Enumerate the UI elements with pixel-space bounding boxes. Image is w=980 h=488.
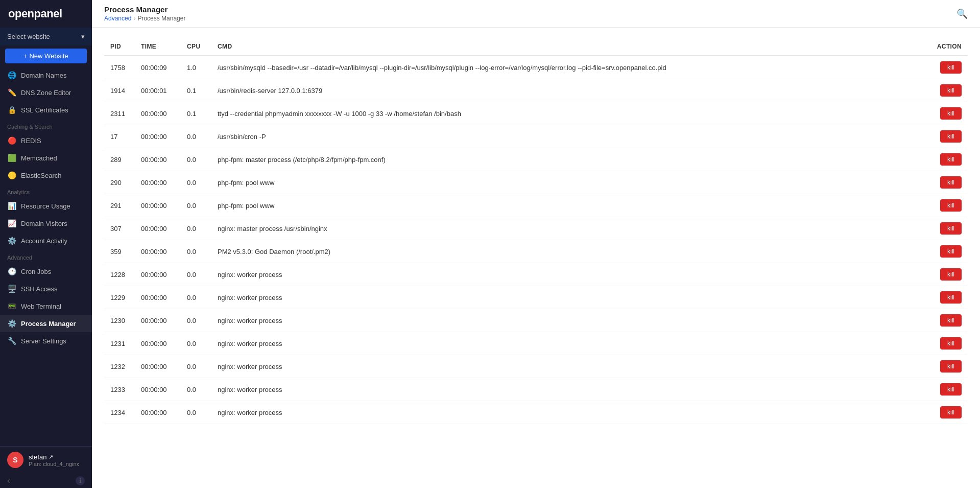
kill-button-14[interactable]: kill [940,383,962,396]
sidebar-item-server-settings[interactable]: 🔧Server Settings [0,332,92,350]
redis-icon: 🔴 [7,136,16,145]
sidebar-item-label-process-manager: Process Manager [21,320,76,328]
sidebar-logo: openpanel [0,0,92,28]
username-label: stefan ↗ [29,453,85,461]
cell-pid-7: 307 [104,217,135,240]
sidebar-item-domain-visitors[interactable]: 📈Domain Visitors [0,215,92,232]
sidebar-scroll-left[interactable]: ‹ ℹ [0,473,92,488]
cell-time-7: 00:00:00 [135,217,181,240]
kill-button-13[interactable]: kill [940,360,962,373]
kill-button-5[interactable]: kill [940,176,962,189]
kill-button-6[interactable]: kill [940,199,962,212]
kill-button-9[interactable]: kill [940,268,962,281]
cell-action-8: kill [927,240,968,263]
user-info: stefan ↗ Plan: cloud_4_nginx [29,453,85,467]
cell-action-9: kill [927,263,968,286]
breadcrumb-separator: › [133,15,135,22]
cell-time-6: 00:00:00 [135,194,181,217]
sidebar-item-redis[interactable]: 🔴REDIS [0,132,92,149]
kill-button-11[interactable]: kill [940,314,962,327]
kill-button-0[interactable]: kill [940,61,962,74]
breadcrumb-nav: Advanced › Process Manager [104,15,185,22]
cell-cpu-0: 1.0 [181,56,211,79]
elasticsearch-icon: 🟡 [7,171,16,179]
sidebar-section-label-analytics: Analytics [0,184,92,197]
sidebar-item-domain-names[interactable]: 🌐Domain Names [0,66,92,84]
kill-button-15[interactable]: kill [940,406,962,419]
cell-cpu-12: 0.0 [181,332,211,355]
cell-cpu-3: 0.0 [181,125,211,148]
cell-cpu-10: 0.0 [181,286,211,309]
kill-button-10[interactable]: kill [940,291,962,304]
process-manager-icon: ⚙️ [7,319,16,328]
memcached-icon: 🟩 [7,154,16,162]
sidebar-item-label-memcached: Memcached [21,154,57,162]
breadcrumb-advanced[interactable]: Advanced [104,15,131,22]
cell-cmd-7: nginx: master process /usr/sbin/nginx [211,217,927,240]
sidebar-item-label-resource-usage: Resource Usage [21,202,70,210]
kill-button-2[interactable]: kill [940,107,962,120]
new-website-button[interactable]: + New Website [5,49,87,63]
sidebar-item-elasticsearch[interactable]: 🟡ElasticSearch [0,167,92,184]
cell-cpu-15: 0.0 [181,401,211,424]
kill-button-4[interactable]: kill [940,153,962,166]
sidebar-item-web-terminal[interactable]: 📟Web Terminal [0,297,92,315]
cell-pid-3: 17 [104,125,135,148]
cell-cmd-9: nginx: worker process [211,263,927,286]
kill-button-12[interactable]: kill [940,337,962,350]
cell-time-9: 00:00:00 [135,263,181,286]
sidebar-item-account-activity[interactable]: ⚙️Account Activity [0,232,92,249]
domain-names-icon: 🌐 [7,71,16,79]
cell-pid-6: 291 [104,194,135,217]
sidebar-item-label-dns-zone-editor: DNS Zone Editor [21,89,71,97]
cell-cmd-13: nginx: worker process [211,355,927,378]
cell-pid-14: 1233 [104,378,135,401]
sidebar-info-icon[interactable]: ℹ [76,476,85,485]
sidebar-item-label-server-settings: Server Settings [21,337,66,345]
sidebar-item-label-elasticsearch: ElasticSearch [21,172,61,179]
cell-time-5: 00:00:00 [135,171,181,194]
cell-time-10: 00:00:00 [135,286,181,309]
kill-button-7[interactable]: kill [940,222,962,235]
web-terminal-icon: 📟 [7,302,16,310]
cell-cmd-8: PM2 v5.3.0: God Daemon (/root/.pm2) [211,240,927,263]
cell-action-5: kill [927,171,968,194]
breadcrumb: Process Manager Advanced › Process Manag… [104,5,185,22]
select-website-dropdown[interactable]: Select website ▾ [0,28,92,45]
table-row: 123300:00:000.0nginx: worker processkill [104,378,968,401]
kill-button-1[interactable]: kill [940,84,962,97]
cell-pid-5: 290 [104,171,135,194]
cell-cpu-8: 0.0 [181,240,211,263]
sidebar-item-ssl-certificates[interactable]: 🔒SSL Certificates [0,101,92,119]
cell-time-8: 00:00:00 [135,240,181,263]
cell-cpu-6: 0.0 [181,194,211,217]
cell-pid-4: 289 [104,148,135,171]
table-row: 1700:00:000.0/usr/sbin/cron -Pkill [104,125,968,148]
cell-pid-13: 1232 [104,355,135,378]
col-header-time: TIME [135,38,181,56]
cell-pid-0: 1758 [104,56,135,79]
cell-action-1: kill [927,79,968,102]
sidebar-item-process-manager[interactable]: ⚙️Process Manager [0,315,92,332]
sidebar-item-cron-jobs[interactable]: 🕐Cron Jobs [0,263,92,280]
cell-time-14: 00:00:00 [135,378,181,401]
sidebar-item-memcached[interactable]: 🟩Memcached [0,149,92,167]
cell-time-1: 00:00:01 [135,79,181,102]
cell-cpu-5: 0.0 [181,171,211,194]
table-row: 231100:00:000.1ttyd --credential phpmyad… [104,102,968,125]
sidebar-item-ssh-access[interactable]: 🖥️SSH Access [0,280,92,297]
col-header-pid: PID [104,38,135,56]
search-icon[interactable]: 🔍 [957,8,968,19]
main-content: Process Manager Advanced › Process Manag… [92,0,980,488]
sidebar-nav: 🌐Domain Names✏️DNS Zone Editor🔒SSL Certi… [0,66,92,350]
sidebar-item-dns-zone-editor[interactable]: ✏️DNS Zone Editor [0,84,92,101]
table-row: 175800:00:091.0/usr/sbin/mysqld --basedi… [104,56,968,79]
select-website-label: Select website [7,33,50,40]
kill-button-8[interactable]: kill [940,245,962,258]
cell-action-3: kill [927,125,968,148]
sidebar-item-resource-usage[interactable]: 📊Resource Usage [0,197,92,215]
ssh-access-icon: 🖥️ [7,285,16,293]
table-row: 122900:00:000.0nginx: worker processkill [104,286,968,309]
kill-button-3[interactable]: kill [940,130,962,143]
cell-cmd-2: ttyd --credential phpmyadmin xxxxxxxx -W… [211,102,927,125]
